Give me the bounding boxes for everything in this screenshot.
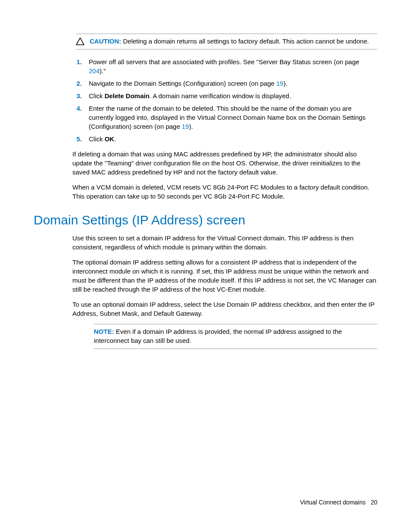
step-text: Power off all servers that are associate…	[89, 58, 359, 75]
page-footer: Virtual Connect domains 20	[300, 498, 377, 507]
section-heading: Domain Settings (IP Address) screen	[34, 211, 377, 229]
step-number: 2.	[72, 79, 82, 88]
step-text: Navigate to the Domain Settings (Configu…	[89, 80, 287, 87]
page-link[interactable]: 204	[89, 67, 100, 75]
step-5: 5. Click OK.	[72, 134, 377, 143]
page-link[interactable]: 19	[182, 123, 189, 130]
caution-block: CAUTION: Deleting a domain returns all s…	[76, 34, 377, 50]
footer-section: Virtual Connect domains	[300, 499, 365, 506]
footer-page-number: 20	[371, 499, 377, 506]
step-number: 1.	[72, 57, 82, 66]
paragraph: Use this screen to set a domain IP addre…	[34, 233, 377, 252]
steps-list: 1. Power off all servers that are associ…	[34, 57, 377, 143]
caution-text: Deleting a domain returns all settings t…	[123, 37, 369, 45]
step-4: 4. Enter the name of the domain to be de…	[72, 104, 377, 131]
step-text: Enter the name of the domain to be delet…	[89, 105, 366, 130]
step-3: 3. Click Delete Domain. A domain name ve…	[72, 91, 377, 100]
step-text: Click Delete Domain. A domain name verif…	[89, 92, 291, 100]
page-link[interactable]: 19	[276, 80, 283, 87]
step-2: 2. Navigate to the Domain Settings (Conf…	[72, 79, 377, 88]
note-text: Even if a domain IP address is provided,…	[94, 328, 342, 344]
caution-icon	[76, 37, 90, 45]
paragraph: When a VCM domain is deleted, VCM resets…	[34, 183, 377, 201]
paragraph: The optional domain IP address setting a…	[34, 258, 377, 294]
paragraph: To use an optional domain IP address, se…	[34, 300, 377, 318]
step-number: 3.	[72, 91, 82, 100]
step-1: 1. Power off all servers that are associ…	[72, 57, 377, 75]
caution-label: CAUTION:	[90, 37, 121, 45]
step-number: 4.	[72, 104, 82, 113]
paragraph: If deleting a domain that was using MAC …	[34, 149, 377, 177]
step-number: 5.	[72, 134, 82, 143]
note-label: NOTE:	[94, 328, 114, 335]
note-block: NOTE: Even if a domain IP address is pro…	[94, 324, 377, 349]
step-text: Click OK.	[89, 135, 116, 143]
